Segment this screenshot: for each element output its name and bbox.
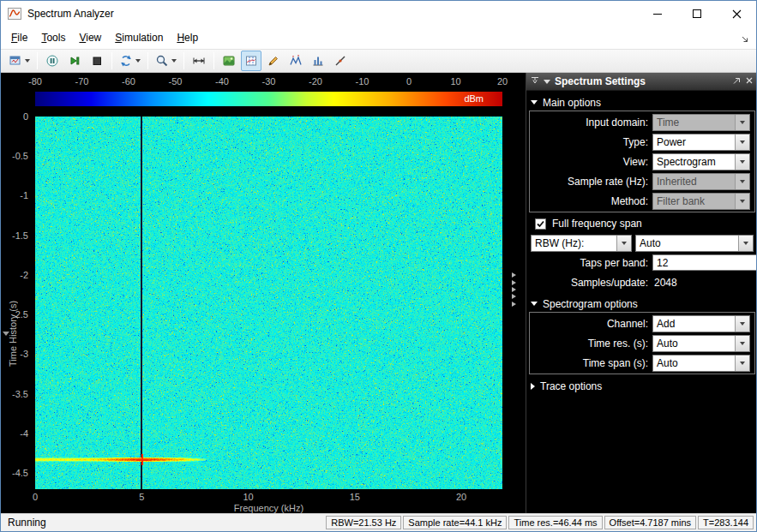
title-bar: Spectrum Analyzer: [1, 1, 756, 27]
tick-label: -3.5: [12, 389, 28, 399]
view-select[interactable]: Spectrogram: [652, 153, 750, 170]
menu-item-help[interactable]: Help: [170, 28, 205, 47]
stop-button[interactable]: [87, 51, 107, 71]
distortion-measurements-icon: [311, 54, 325, 68]
zoom-button[interactable]: [153, 51, 179, 71]
rbw-row: RBW (Hz): Auto: [526, 233, 756, 253]
section-title: Spectrogram options: [543, 298, 638, 310]
samples-update-label: Samples/update:: [531, 277, 652, 289]
status-segment: Time res.=46.44 ms: [508, 516, 602, 529]
full-span-checkbox[interactable]: [535, 218, 546, 230]
close-panel-icon[interactable]: [745, 75, 754, 87]
undock-icon[interactable]: [732, 75, 741, 87]
input-domain-select[interactable]: Time: [652, 114, 750, 131]
type-select[interactable]: Power: [652, 134, 750, 151]
distortion-measurements-button[interactable]: [308, 51, 328, 71]
tick-label: 0: [33, 492, 38, 502]
tick-label: -0.5: [12, 151, 28, 161]
samples-update-value: 2048: [652, 277, 677, 289]
ccdf-measurements-button[interactable]: [330, 51, 351, 71]
time-span-select[interactable]: Auto: [652, 355, 750, 372]
time-res-select[interactable]: Auto: [652, 335, 750, 352]
edge-arrow-icon[interactable]: [3, 332, 9, 336]
method-label: Method:: [531, 195, 652, 207]
full-span-row: Full frequency span: [526, 214, 756, 233]
playback-options-button[interactable]: [117, 51, 143, 71]
chevron-down-icon[interactable]: [735, 194, 749, 209]
section-trace-options[interactable]: Trace options: [526, 378, 756, 394]
panel-expand-arrows[interactable]: [512, 272, 516, 308]
toolbar: [1, 49, 756, 73]
section-main-options[interactable]: Main options: [526, 94, 756, 111]
settings-row: Time span (s): Auto: [531, 353, 754, 373]
section-spectrogram-options[interactable]: Spectrogram options: [526, 296, 756, 312]
menu-item-file[interactable]: File: [4, 28, 34, 47]
full-span-icon: [192, 54, 206, 68]
channel-measurements-button[interactable]: [263, 51, 284, 71]
expand-arrow-icon: [512, 302, 516, 307]
chevron-down-icon[interactable]: [735, 134, 749, 150]
rbw-mode-select[interactable]: RBW (Hz):: [531, 235, 632, 252]
channel-value: Add: [653, 316, 735, 332]
rbw-value-select[interactable]: Auto: [635, 235, 754, 252]
rbw-value: Auto: [636, 236, 738, 251]
menu-item-view[interactable]: View: [72, 28, 108, 47]
pin-icon[interactable]: [531, 75, 539, 87]
full-span-label: Full frequency span: [552, 218, 642, 230]
chevron-down-icon[interactable]: [735, 115, 749, 130]
collapse-section-icon: [531, 302, 538, 306]
input-domain-value: Time: [653, 115, 735, 130]
toolbar-separator: [147, 52, 148, 69]
spectrogram-canvas[interactable]: [35, 117, 502, 489]
menu-bar: FileToolsViewSimulationHelp: [1, 27, 756, 49]
chevron-down-icon[interactable]: [735, 316, 749, 332]
panner-button[interactable]: [219, 51, 239, 71]
peak-finder-button[interactable]: [285, 51, 306, 71]
pause-button[interactable]: [42, 51, 63, 71]
settings-row: Input domain: Time: [531, 112, 754, 132]
settings-row: View: Spectrogram: [531, 152, 754, 171]
channel-select[interactable]: Add: [652, 315, 750, 332]
status-segment: Offset=4.7187 mins: [604, 516, 697, 529]
tick-label: -80: [28, 76, 42, 87]
cursor-measurements-button[interactable]: [241, 51, 261, 71]
status-segment: Sample rate=44.1 kHz: [403, 516, 507, 529]
new-scope-button[interactable]: [6, 51, 33, 71]
maximize-button[interactable]: [677, 1, 717, 27]
cursor-marker[interactable]: [136, 454, 147, 465]
chevron-down-icon[interactable]: [735, 154, 749, 170]
tick-label: 20: [497, 76, 508, 87]
chevron-down-icon[interactable]: [735, 174, 749, 189]
collapse-panel-icon[interactable]: [544, 80, 550, 84]
samples-row: Samples/update: 2048: [526, 272, 756, 292]
expand-section-icon: [531, 383, 535, 390]
spectrogram-options-group: Channel: Add Time res. (s): Auto Time sp…: [529, 312, 755, 374]
settings-row: Sample rate (Hz): Inherited: [531, 171, 754, 191]
settings-panel-header[interactable]: Spectrum Settings: [526, 73, 756, 91]
check-icon: [536, 219, 545, 229]
colorbar: dBm: [35, 92, 502, 106]
step-forward-button[interactable]: [64, 51, 85, 71]
settings-row: Time res. (s): Auto: [531, 333, 754, 353]
minimize-button[interactable]: [638, 1, 677, 27]
menu-item-tools[interactable]: Tools: [34, 28, 72, 47]
section-title: Main options: [543, 97, 601, 109]
full-span-button[interactable]: [189, 51, 209, 71]
dock-arrow-icon[interactable]: [740, 33, 750, 48]
taps-per-band-input[interactable]: [652, 254, 756, 271]
toolbar-separator: [183, 52, 184, 69]
settings-row: Method: Filter bank: [531, 191, 754, 211]
sample-rate-select[interactable]: Inherited: [652, 173, 750, 190]
rbw-mode-value: RBW (Hz):: [532, 236, 616, 251]
chevron-down-icon[interactable]: [735, 336, 749, 351]
channel-label: Channel:: [531, 318, 652, 330]
close-button[interactable]: [717, 1, 756, 27]
menu-item-simulation[interactable]: Simulation: [108, 28, 170, 47]
chevron-down-icon[interactable]: [738, 236, 753, 251]
toolbar-separator: [213, 52, 214, 69]
method-select[interactable]: Filter bank: [652, 193, 750, 210]
sample-rate-label: Sample rate (Hz):: [531, 176, 652, 188]
chevron-down-icon[interactable]: [735, 356, 749, 371]
chevron-down-icon[interactable]: [616, 236, 631, 251]
tick-label: -1: [20, 190, 28, 200]
